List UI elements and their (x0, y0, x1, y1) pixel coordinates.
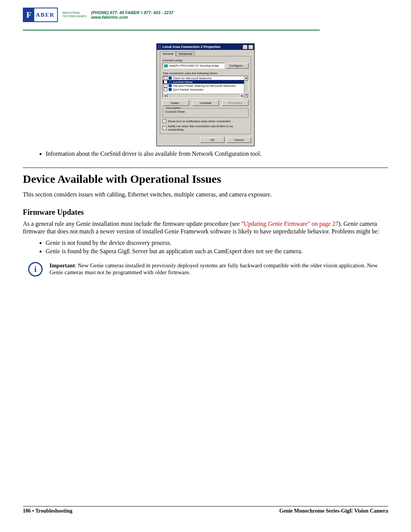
phone-number: (PHONE) 877- 40 FABER ◊ 877- 403 - 2237 (91, 10, 173, 15)
adapter-icon (164, 64, 168, 67)
page-number: 106 (23, 508, 31, 514)
checkbox-icon[interactable]: ✓ (164, 76, 167, 80)
scroll-up-icon[interactable]: ▲ (244, 76, 248, 81)
install-button[interactable]: Install... (162, 100, 189, 106)
section-heading: Device Available with Operational Issues (23, 172, 388, 186)
checkbox-icon[interactable]: ✓ (164, 80, 167, 84)
list-item[interactable]: ✓ File and Printer Sharing for Microsoft… (163, 84, 248, 88)
notify-label: Notify me when this connection has limit… (168, 125, 249, 131)
network-icon (158, 45, 161, 49)
info-bullet: Information about the CorSnid driver is … (46, 150, 388, 158)
scroll-left-icon[interactable]: ◄ (163, 94, 167, 98)
list-item-label: QoS Packet Scheduler (173, 88, 204, 91)
fw-bullet: Genie is found by the Sapera GigE Server… (46, 248, 388, 255)
component-icon (169, 84, 172, 87)
header-rule (23, 30, 320, 30)
tab-general[interactable]: General (160, 51, 176, 56)
logo-sub-line2: TECHNOLOGIES (62, 15, 87, 18)
list-item-label: Client for Microsoft Networks (173, 77, 212, 80)
website-url: www.faberinc.com (91, 15, 173, 19)
component-icon (169, 88, 172, 91)
footer-sep: • (31, 508, 35, 514)
configure-button[interactable]: Configure... (226, 63, 249, 69)
list-item[interactable]: ✓ Client for Microsoft Networks (163, 76, 248, 80)
description-group: Description CorSnid Driver (162, 108, 249, 118)
show-icon-label: Show icon in notification area when conn… (168, 120, 231, 123)
connect-using-label: Connect using: (162, 59, 249, 62)
items-label: This connection uses the following items… (162, 72, 249, 75)
info-icon: i (28, 262, 43, 276)
fw-bullet: Genie is not found by the device discove… (46, 239, 388, 247)
close-button[interactable]: × (248, 45, 253, 50)
footer-right: Genie Monochrome Series-GigE Vision Came… (279, 508, 388, 514)
cancel-button[interactable]: Cancel (227, 137, 251, 143)
description-label: Description (165, 106, 182, 110)
page-header: F ABER INDUSTRIAL TECHNOLOGIES (PHONE) 8… (23, 8, 388, 22)
subsection-heading: Firmware Updates (23, 208, 388, 217)
properties-button[interactable]: Properties (222, 100, 249, 106)
dialog-title: Local Area Connection 2 Properties (162, 45, 220, 49)
footer-left: 106 • Troubleshooting (23, 508, 72, 514)
uninstall-button[interactable]: Uninstall (192, 100, 219, 106)
list-item[interactable]: ✓ CorSnid Driver (163, 80, 248, 84)
help-button[interactable]: ? (242, 45, 248, 50)
vertical-scrollbar[interactable]: ▲ ▼ (244, 76, 248, 97)
section-intro: This section considers issues with cabli… (23, 191, 388, 198)
checkbox-icon[interactable]: ✓ (164, 88, 167, 91)
note-label: Important (49, 262, 75, 268)
scroll-right-icon[interactable]: ► (240, 94, 244, 98)
faber-logo: F ABER (23, 8, 58, 22)
list-item-label: File and Printer Sharing for Microsoft N… (173, 84, 236, 88)
list-item[interactable]: ✓ QoS Packet Scheduler (163, 88, 248, 91)
fw-link[interactable]: Updating Genie Firmware" on page 27 (244, 220, 339, 227)
logo-letter: F (24, 8, 35, 21)
footer-section: Troubleshooting (35, 508, 73, 514)
header-contact: (PHONE) 877- 40 FABER ◊ 877- 403 - 2237 … (91, 10, 173, 19)
ok-button[interactable]: OK (200, 137, 225, 143)
properties-dialog: Local Area Connection 2 Properties ? × G… (156, 43, 255, 146)
dialog-titlebar[interactable]: Local Area Connection 2 Properties ? × (157, 44, 254, 50)
checkbox-icon[interactable]: ✓ (164, 84, 167, 88)
logo-wordmark: ABER (35, 12, 57, 18)
component-icon (169, 77, 172, 80)
note-body: : New Genie cameras installed in previou… (49, 262, 378, 276)
components-listbox[interactable]: ✓ Client for Microsoft Networks ✓ CorSni… (162, 76, 249, 98)
scroll-down-icon[interactable]: ▼ (244, 93, 248, 97)
notify-checkbox[interactable]: ✓ (162, 126, 166, 130)
description-text: CorSnid Driver (165, 110, 246, 113)
page-footer: 106 • Troubleshooting Genie Monochrome S… (23, 506, 388, 514)
adapter-field[interactable]: Intel(R) PRO/1000 GT Desktop Adap (162, 63, 225, 69)
list-item-label: CorSnid Driver (173, 80, 193, 84)
section-rule (23, 168, 388, 168)
firmware-paragraph: As a general rule any Genie installation… (23, 220, 388, 235)
component-icon (169, 80, 172, 83)
adapter-name: Intel(R) PRO/1000 GT Desktop Adap (169, 64, 219, 67)
important-note: Important: New Genie cameras installed i… (49, 262, 388, 276)
fw-text-pre: As a general rule any Genie installation… (23, 220, 244, 227)
horizontal-scrollbar[interactable]: ◄ ► (163, 94, 244, 97)
logo-subtitle: INDUSTRIAL TECHNOLOGIES (62, 11, 87, 18)
show-icon-checkbox[interactable]: ✓ (162, 119, 166, 123)
